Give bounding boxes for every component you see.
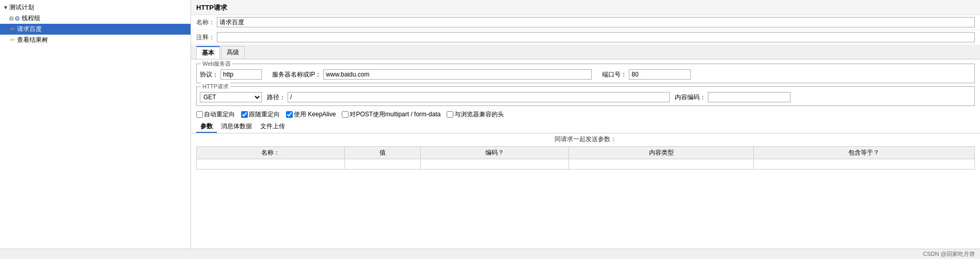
- name-row: 名称：: [191, 15, 980, 30]
- cb-keepalive-label: 使用 KeepAlive: [294, 110, 336, 119]
- request-icon: ✏: [10, 26, 15, 33]
- th-encode: 编码？: [420, 147, 568, 159]
- sub-tab-params[interactable]: 参数: [196, 121, 217, 133]
- cb-browser-compat[interactable]: 与浏览器兼容的头: [447, 110, 504, 119]
- cb-follow-redirect-input[interactable]: [241, 111, 248, 118]
- result-icon: ✏: [10, 37, 15, 43]
- td-name: [197, 159, 345, 170]
- method-path-row: GET POST PUT DELETE HEAD OPTIONS PATCH 路…: [200, 91, 971, 103]
- http-request-box-title: HTTP请求: [201, 83, 230, 90]
- name-input[interactable]: [217, 17, 975, 27]
- th-value: 值: [345, 147, 421, 159]
- thread-group-node[interactable]: ⊟ ⚙ 线程组: [0, 13, 191, 24]
- server-row: 协议： 服务器名称或IP： 端口号：: [200, 68, 971, 81]
- sub-tab-body[interactable]: 消息体数据: [217, 121, 256, 133]
- cb-browser-compat-input[interactable]: [447, 111, 453, 118]
- footer-credit: CSDN @回家吃月饼: [923, 250, 975, 258]
- cb-multipart-input[interactable]: [342, 111, 349, 118]
- table-row: [197, 159, 975, 170]
- method-select[interactable]: GET POST PUT DELETE HEAD OPTIONS PATCH: [200, 92, 262, 102]
- td-encode: [420, 159, 568, 170]
- web-server-box-title: Web服务器: [201, 60, 232, 68]
- cb-keepalive[interactable]: 使用 KeepAlive: [286, 110, 336, 119]
- footer: CSDN @回家吃月饼: [0, 249, 980, 259]
- path-input[interactable]: [288, 92, 670, 102]
- th-content-type: 内容类型: [569, 147, 754, 159]
- main-layout: ▼ 测试计划 ⊟ ⚙ 线程组 ✏ 请求百度 ✏ 查看结果树 HTTP请求 名称：…: [0, 0, 980, 249]
- cb-keepalive-input[interactable]: [286, 111, 293, 118]
- checkboxes-row: 自动重定向 跟随重定向 使用 KeepAlive 对POST使用multipar…: [191, 109, 980, 120]
- comment-label: 注释：: [196, 33, 217, 42]
- port-label: 端口号：: [602, 70, 627, 79]
- tab-basic[interactable]: 基本: [196, 46, 220, 59]
- params-table: 名称： 值 编码？ 内容类型 包含等于？: [196, 146, 975, 170]
- cb-browser-compat-label: 与浏览器兼容的头: [454, 110, 504, 119]
- sidebar-item-request[interactable]: ✏ 请求百度: [0, 24, 191, 35]
- thread-group-label: 线程组: [22, 14, 40, 23]
- name-label: 名称：: [196, 18, 217, 27]
- cb-multipart-label: 对POST使用multipart / form-data: [350, 110, 440, 119]
- cb-auto-redirect[interactable]: 自动重定向: [196, 110, 235, 119]
- td-value: [345, 159, 421, 170]
- sub-tab-upload[interactable]: 文件上传: [256, 121, 289, 133]
- http-request-box: HTTP请求 GET POST PUT DELETE HEAD OPTIONS …: [196, 86, 975, 106]
- params-table-container: 名称： 值 编码？ 内容类型 包含等于？: [191, 146, 980, 170]
- protocol-input[interactable]: [220, 69, 262, 80]
- root-expand-icon: ▼: [3, 5, 8, 10]
- thread-group-expand-icon: ⊟: [9, 16, 13, 21]
- encoding-input[interactable]: [708, 92, 791, 102]
- td-include-equals: [753, 159, 974, 170]
- comment-row: 注释：: [191, 30, 980, 45]
- server-input[interactable]: [323, 69, 592, 80]
- section-title: HTTP请求: [191, 0, 980, 15]
- tabs-bar: 基本 高级: [191, 45, 980, 59]
- encoding-label: 内容编码：: [675, 93, 706, 102]
- request-label: 请求百度: [17, 25, 42, 34]
- sub-tabs-bar: 参数 消息体数据 文件上传: [191, 120, 980, 133]
- port-input[interactable]: [629, 69, 691, 80]
- sidebar: ▼ 测试计划 ⊟ ⚙ 线程组 ✏ 请求百度 ✏ 查看结果树: [0, 0, 191, 249]
- sidebar-item-result[interactable]: ✏ 查看结果树: [0, 35, 191, 45]
- th-include-equals: 包含等于？: [753, 147, 974, 159]
- result-label: 查看结果树: [17, 36, 48, 44]
- cb-auto-redirect-label: 自动重定向: [204, 110, 235, 119]
- server-label: 服务器名称或IP：: [272, 70, 321, 79]
- root-label: 测试计划: [9, 3, 34, 12]
- web-server-box: Web服务器 协议： 服务器名称或IP： 端口号：: [196, 64, 975, 83]
- params-info: 同请求一起发送参数：: [191, 133, 980, 145]
- td-content-type: [569, 159, 754, 170]
- protocol-label: 协议：: [200, 70, 218, 79]
- sidebar-root[interactable]: ▼ 测试计划: [0, 2, 191, 13]
- thread-group-icon: ⚙: [14, 15, 20, 22]
- content-area: HTTP请求 名称： 注释： 基本 高级 Web服务器 协议： 服务器名称或IP…: [191, 0, 980, 249]
- cb-follow-redirect-label: 跟随重定向: [249, 110, 280, 119]
- cb-multipart[interactable]: 对POST使用multipart / form-data: [342, 110, 440, 119]
- path-label: 路径：: [267, 93, 286, 102]
- comment-input[interactable]: [217, 32, 975, 42]
- cb-auto-redirect-input[interactable]: [196, 111, 203, 118]
- th-name: 名称：: [197, 147, 345, 159]
- cb-follow-redirect[interactable]: 跟随重定向: [241, 110, 280, 119]
- tab-advanced[interactable]: 高级: [221, 46, 245, 59]
